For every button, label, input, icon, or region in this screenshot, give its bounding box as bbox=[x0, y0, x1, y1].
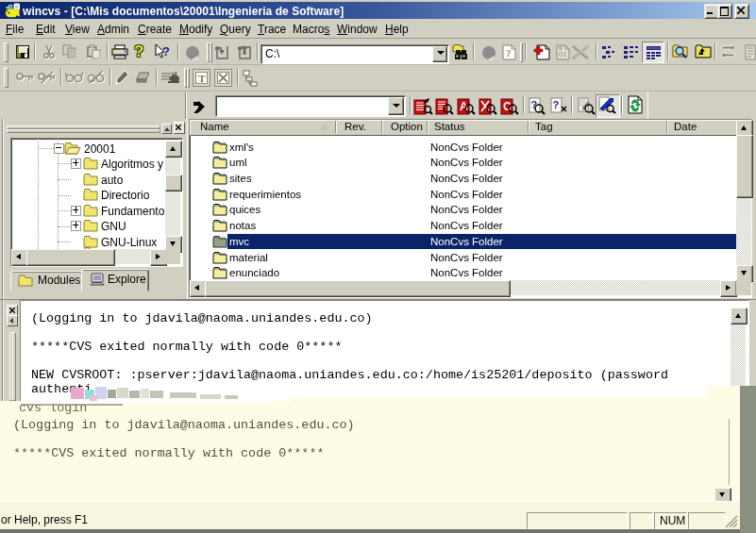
svg-text:T: T bbox=[198, 73, 206, 84]
svg-text:?: ? bbox=[506, 47, 512, 58]
svg-text:01: 01 bbox=[559, 50, 567, 58]
svg-text:?: ? bbox=[553, 99, 560, 110]
svg-text:?: ? bbox=[162, 44, 170, 58]
